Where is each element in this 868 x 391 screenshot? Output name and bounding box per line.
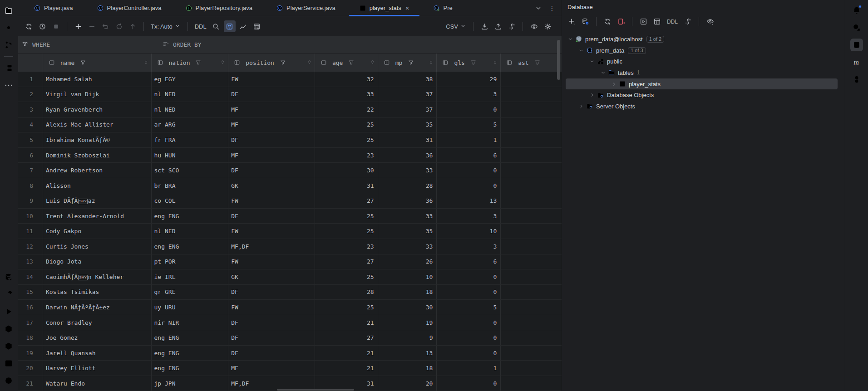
- cell-name[interactable]: Ibrahima KonatÃƒÂ©: [43, 132, 152, 147]
- cell-mp[interactable]: 36: [378, 193, 437, 208]
- python-packages-icon[interactable]: [850, 73, 863, 86]
- disconnect-icon[interactable]: [615, 16, 627, 28]
- cell-nation[interactable]: eng ENG: [152, 330, 229, 345]
- cell-gls[interactable]: 10: [437, 224, 501, 239]
- cell-position[interactable]: DF: [228, 330, 315, 345]
- sort-icon[interactable]: [493, 59, 498, 67]
- cell-age[interactable]: 21: [315, 346, 378, 361]
- ai-assistant-icon[interactable]: [850, 21, 863, 34]
- cell-nation[interactable]: nir NIR: [152, 315, 229, 330]
- cell-name[interactable]: Ryan Gravenberch: [43, 102, 152, 117]
- reload-data-icon[interactable]: [23, 20, 35, 32]
- cell-age[interactable]: 27: [315, 330, 378, 345]
- cell-gls[interactable]: 1: [437, 132, 501, 147]
- database-check-icon[interactable]: [2, 271, 15, 283]
- tab-player-stats[interactable]: player_stats×: [347, 0, 421, 16]
- project-folder-icon[interactable]: [2, 4, 15, 17]
- cell-gls[interactable]: 0: [437, 285, 501, 300]
- cell-mp[interactable]: 37: [378, 102, 437, 117]
- more-icon[interactable]: [2, 79, 15, 92]
- table-row[interactable]: 18Joe Gomezeng ENGDF2790: [18, 330, 562, 346]
- problems-icon[interactable]: [2, 374, 15, 387]
- cell-nation[interactable]: nl NED: [152, 102, 229, 117]
- cell-age[interactable]: 27: [315, 193, 378, 208]
- stop-icon[interactable]: [50, 20, 62, 32]
- settings-gear-icon[interactable]: [542, 20, 553, 32]
- cell-name[interactable]: Diogo Jota: [43, 254, 152, 269]
- cell-name[interactable]: Cody Gakpo: [43, 224, 152, 239]
- table-row[interactable]: 10Trent Alexander-Arnoldeng ENGDF25333: [18, 209, 562, 224]
- hidden-tabs-chevron-icon[interactable]: [533, 2, 544, 14]
- cell-ast[interactable]: [501, 117, 562, 132]
- cell-age[interactable]: 23: [315, 239, 378, 254]
- cell-nation[interactable]: eng ENG: [152, 209, 229, 224]
- tab-player-java[interactable]: CPlayer.java: [22, 0, 85, 16]
- table-row[interactable]: 15Kostas Tsimikasgr GREDF28180: [18, 285, 562, 300]
- column-header-age[interactable]: age: [315, 54, 378, 72]
- cell-age[interactable]: 25: [315, 132, 378, 147]
- cell-ast[interactable]: [501, 102, 562, 117]
- revert-changes-icon[interactable]: [113, 20, 125, 32]
- column-header-ast[interactable]: ast: [501, 54, 562, 72]
- cell-nation[interactable]: hu HUN: [152, 148, 229, 163]
- chevron-expanded-icon[interactable]: [567, 35, 574, 43]
- cell-ast[interactable]: [501, 148, 562, 163]
- view-options-icon[interactable]: [704, 16, 716, 28]
- cell-gls[interactable]: 0: [437, 178, 501, 193]
- cell-position[interactable]: MF: [228, 102, 315, 117]
- cell-position[interactable]: FW: [228, 300, 315, 315]
- cell-mp[interactable]: 9: [378, 330, 437, 345]
- cell-name[interactable]: Dominik Szoboszlai: [43, 148, 152, 163]
- cell-ast[interactable]: [501, 178, 562, 193]
- cell-gls[interactable]: 3: [437, 209, 501, 224]
- cell-ast[interactable]: [501, 163, 562, 178]
- cell-nation[interactable]: gr GRE: [152, 285, 229, 300]
- tree-item-server-objects[interactable]: Server Objects: [562, 101, 845, 112]
- cell-name[interactable]: Kostas Tsimikas: [43, 285, 152, 300]
- cell-position[interactable]: FW: [228, 193, 315, 208]
- cell-age[interactable]: 25: [315, 224, 378, 239]
- cell-ast[interactable]: [501, 376, 562, 391]
- undo-icon[interactable]: [99, 20, 111, 32]
- close-icon[interactable]: ×: [405, 4, 409, 12]
- cell-position[interactable]: FW: [228, 224, 315, 239]
- pull-requests-icon[interactable]: [2, 39, 15, 51]
- cell-gls[interactable]: 6: [437, 148, 501, 163]
- cell-position[interactable]: DF: [228, 285, 315, 300]
- structure-icon[interactable]: [2, 62, 15, 74]
- cell-ast[interactable]: [501, 285, 562, 300]
- cell-ast[interactable]: [501, 346, 562, 361]
- cell-gls[interactable]: 3: [437, 239, 501, 254]
- cell-age[interactable]: 32: [315, 72, 378, 87]
- cell-ast[interactable]: [501, 87, 562, 102]
- cell-gls[interactable]: 0: [437, 269, 501, 284]
- cell-age[interactable]: 25: [315, 269, 378, 284]
- table-row[interactable]: 12Curtis Joneseng ENGMF,DF23333: [18, 239, 562, 254]
- cell-gls[interactable]: 6: [437, 254, 501, 269]
- ddl-button[interactable]: DDL: [193, 23, 208, 30]
- cell-position[interactable]: DF: [228, 132, 315, 147]
- cell-name[interactable]: Harvey Elliott: [43, 361, 152, 376]
- tree-item-player-stats[interactable]: player_stats: [562, 78, 845, 90]
- cell-nation[interactable]: nl NED: [152, 224, 229, 239]
- cell-mp[interactable]: 33: [378, 209, 437, 224]
- cell-position[interactable]: DF: [228, 87, 315, 102]
- cell-ast[interactable]: [501, 239, 562, 254]
- view-options-icon[interactable]: [528, 20, 540, 32]
- filter-view-icon[interactable]: [224, 20, 236, 32]
- cell-name[interactable]: Conor Bradley: [43, 315, 152, 330]
- cell-mp[interactable]: 28: [378, 178, 437, 193]
- cell-nation[interactable]: br BRA: [152, 178, 229, 193]
- cell-name[interactable]: Curtis Jones: [43, 239, 152, 254]
- cell-nation[interactable]: eng ENG: [152, 361, 229, 376]
- table-row[interactable]: 4Alexis Mac Allisterar ARGMF25355: [18, 117, 562, 133]
- column-header-position[interactable]: position: [228, 54, 315, 72]
- cell-mp[interactable]: 37: [378, 87, 437, 102]
- cell-mp[interactable]: 36: [378, 148, 437, 163]
- cell-mp[interactable]: 20: [378, 376, 437, 391]
- cell-mp[interactable]: 19: [378, 315, 437, 330]
- navigate-icon[interactable]: [682, 16, 694, 28]
- transpose-view-icon[interactable]: [251, 20, 263, 32]
- where-filter-field[interactable]: WHERE: [22, 36, 50, 53]
- column-header-gls[interactable]: gls: [437, 54, 501, 72]
